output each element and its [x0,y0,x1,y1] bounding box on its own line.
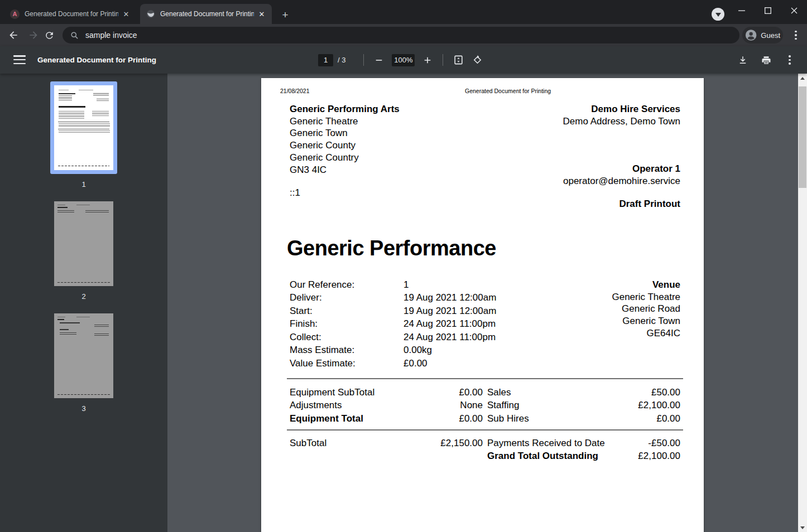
document-date: 21/08/2021 [280,88,310,94]
close-window-button[interactable] [781,0,807,21]
new-tab-button[interactable]: + [278,8,292,22]
window-controls [728,0,807,24]
venue-line: Generic Road [612,303,680,315]
venue-header: Venue [612,279,680,291]
download-icon[interactable] [733,51,752,70]
supplier-address: Demo Address, Demo Town [563,115,680,128]
supplier-name: Demo Hire Services [563,103,680,115]
divider-rule [287,378,683,379]
maximize-button[interactable] [755,0,781,21]
document-print-header: Generated Document for Printing [465,88,551,94]
grand-totals-section: SubTotal£2,150.00 Payments Received to D… [290,437,680,463]
tab-1-title: Generated Document for Printing [25,10,118,18]
operator-email: operator@demohire.service [563,175,680,187]
toolbar-divider [363,54,364,66]
thumbnail-1-label: 1 [0,180,167,188]
back-button[interactable] [3,25,23,45]
tab-1-favicon-icon: A [10,9,20,19]
pdf-page-controls: 1 / 3 100% [318,46,487,74]
supplier-block: Demo Hire Services Demo Address, Demo To… [563,103,680,127]
reload-button[interactable] [39,25,59,45]
pdf-toolbar-actions [733,46,799,74]
profile-label: Guest [761,31,780,40]
client-address-line: Generic Town [290,127,400,139]
tab-2-close-icon[interactable]: ✕ [257,9,266,18]
tab-strip: A Generated Document for Printing ✕ Gene… [0,0,807,24]
page-number-input[interactable]: 1 [318,54,333,66]
thumbnail-page-1[interactable] [50,81,117,174]
zoom-level-input[interactable]: 100% [392,54,415,66]
viewer-scrollbar[interactable] [798,74,807,532]
document-title: Generic Performance [287,236,496,260]
client-address-line: Generic Theatre [290,115,400,128]
divider-rule [287,429,683,431]
browser-update-icon[interactable] [712,8,724,21]
pdf-content-area: 1 2 3 [0,74,807,532]
tab-2-title: Generated Document for Printing [160,10,254,18]
scrollbar-up-arrow[interactable] [798,74,807,83]
browser-window: A Generated Document for Printing ✕ Gene… [0,0,807,532]
client-address-line: GN3 4IC [290,164,400,176]
venue-block: Venue Generic Theatre Generic Road Gener… [612,279,680,340]
venue-line: GE64IC [612,327,680,340]
pdf-more-options-button[interactable] [780,51,799,70]
client-address-block: Generic Performing Arts Generic Theatre … [290,103,400,176]
tab-2-active[interactable]: Generated Document for Printing ✕ [140,4,272,24]
client-address-line: Generic County [290,139,400,152]
booking-details: Our Reference:1 Deliver:19 Aug 2021 12:0… [290,278,496,370]
scrollbar-down-arrow[interactable] [798,523,807,532]
pdf-document-title: Generated Document for Printing [37,46,156,74]
fit-to-page-button[interactable] [449,51,468,70]
page-total-label: / 3 [338,56,345,64]
client-address-line: Generic Country [290,152,400,164]
venue-line: Generic Town [612,315,680,327]
browser-menu-button[interactable] [789,28,803,42]
thumbnail-page-2[interactable] [54,201,113,286]
totals-section: Equipment SubTotal£0.00 Sales£50.00 Adju… [290,386,680,425]
client-ip: ::1 [290,187,300,199]
menu-icon[interactable] [13,54,26,65]
search-icon [70,31,79,40]
toolbar-divider [443,54,443,66]
client-name: Generic Performing Arts [290,103,400,115]
address-bar-text: sample invoice [85,31,137,40]
browser-toolbar: sample invoice Guest [0,24,807,46]
zoom-in-button[interactable] [418,51,437,70]
thumbnail-2-label: 2 [0,292,167,301]
avatar-icon [745,29,757,41]
thumbnail-3-label: 3 [0,404,167,413]
minimize-button[interactable] [728,0,755,21]
print-icon[interactable] [757,51,776,70]
draft-watermark: Draft Printout [619,199,680,210]
rotate-button[interactable] [468,51,487,70]
venue-line: Generic Theatre [612,291,680,303]
tab-1[interactable]: A Generated Document for Printing ✕ [4,4,136,24]
tab-1-close-icon[interactable]: ✕ [122,9,131,18]
pdf-toolbar: Generated Document for Printing 1 / 3 10… [0,46,807,74]
profile-chip[interactable]: Guest [742,27,783,43]
thumbnail-page-3[interactable] [54,313,113,398]
thumbnail-sidebar: 1 2 3 [0,74,167,532]
operator-block: Operator 1 operator@demohire.service [563,163,680,187]
address-bar[interactable]: sample invoice [63,27,739,43]
tab-2-favicon-globe-icon [146,9,155,19]
pdf-viewer[interactable]: 21/08/2021 Generated Document for Printi… [167,74,798,532]
scrollbar-thumb[interactable] [799,86,806,188]
zoom-out-button[interactable] [369,51,388,70]
operator-name: Operator 1 [563,163,680,175]
document-page-1: 21/08/2021 Generated Document for Printi… [261,78,704,532]
